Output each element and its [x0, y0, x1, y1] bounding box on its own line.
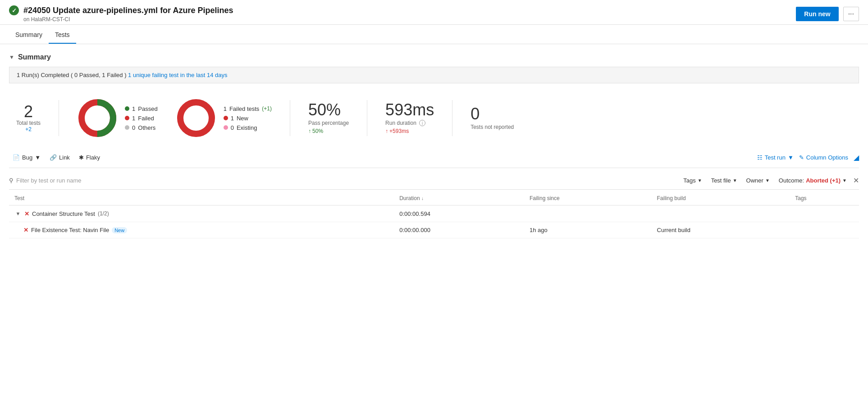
- failing-build-cell: [652, 205, 790, 222]
- legend-others: 0 Others: [125, 124, 158, 131]
- page-header: #24050 Update azure-pipelines.yml for Az…: [0, 0, 868, 25]
- legend-existing-label: Existing: [237, 124, 257, 131]
- header-left: #24050 Update azure-pipelines.yml for Az…: [9, 5, 233, 23]
- banner-link[interactable]: 1 unique failing test in the last 14 day…: [128, 72, 227, 78]
- filter-search-area: ⚲ Filter by test or run name: [9, 177, 675, 184]
- col-failing-since[interactable]: Failing since: [524, 192, 652, 205]
- pass-percentage-label: Pass percentage: [308, 120, 349, 126]
- tests-not-reported-value: 0: [471, 106, 514, 122]
- failed-tests-legend: 1 Failed tests (+1) 1 New 0 Existing: [224, 105, 272, 131]
- duration-cell: 0:00:00.000: [394, 222, 524, 238]
- up-arrow-icon: ↑: [308, 128, 311, 134]
- failed-tests-donut-section: 1 Failed tests (+1) 1 New 0 Existing: [176, 98, 272, 138]
- col-duration[interactable]: Duration ↓: [394, 192, 524, 205]
- pass-fail-legend: 1 Passed 1 Failed 0 Others: [125, 105, 158, 131]
- others-dot: [125, 125, 129, 130]
- legend-others-label: Others: [138, 124, 155, 131]
- fail-icon: ✕: [24, 210, 29, 217]
- test-run-chevron-icon: ▼: [788, 154, 794, 161]
- table-row: ✕ File Existence Test: Navin File New 0:…: [9, 222, 859, 238]
- more-button[interactable]: ···: [843, 7, 859, 21]
- legend-others-count: 0: [132, 124, 135, 131]
- filter-options: Tags ▼ Test file ▼ Owner ▼ Outcome: Abor…: [681, 175, 859, 186]
- summary-title: Summary: [18, 53, 51, 61]
- legend-existing: 0 Existing: [224, 124, 272, 131]
- new-dot: [224, 116, 228, 120]
- tab-summary[interactable]: Summary: [9, 27, 49, 44]
- run-duration-value: 593ms: [385, 102, 434, 118]
- failed-tests-count: 1: [224, 105, 227, 112]
- col-test[interactable]: Test: [9, 192, 394, 205]
- bug-button[interactable]: 📄 Bug ▼: [9, 152, 44, 163]
- test-file-chevron-icon: ▼: [733, 178, 737, 183]
- bug-icon: 📄: [13, 154, 20, 161]
- outcome-value: Aborted (+1): [806, 177, 841, 184]
- pass-fail-donut-svg: [77, 98, 118, 138]
- tags-cell: [790, 222, 859, 238]
- owner-dropdown[interactable]: Owner ▼: [744, 175, 772, 186]
- legend-failed: 1 Failed: [125, 115, 158, 122]
- tags-chevron-icon: ▼: [698, 178, 702, 183]
- filter-placeholder[interactable]: Filter by test or run name: [16, 177, 82, 184]
- legend-new: 1 New: [224, 115, 272, 122]
- tests-not-reported-box: 0 Tests not reported: [471, 106, 514, 130]
- stats-row: 2 Total tests +2 1 Passed: [9, 91, 859, 147]
- failed-tests-label: Failed tests: [229, 105, 259, 112]
- chevron-down-icon: ▼: [9, 54, 14, 60]
- total-tests-diff: +2: [16, 126, 41, 132]
- success-icon: [9, 5, 19, 15]
- existing-dot: [224, 125, 228, 130]
- new-badge: New: [112, 227, 127, 233]
- legend-passed-label: Passed: [138, 105, 157, 112]
- link-icon: 🔗: [50, 154, 57, 161]
- tests-not-reported-label: Tests not reported: [471, 124, 514, 130]
- sort-icon: ↓: [421, 196, 424, 201]
- column-options-button[interactable]: ✎ Column Options: [799, 154, 848, 161]
- outcome-chevron-icon: ▼: [842, 178, 847, 183]
- close-filter-button[interactable]: ✕: [853, 176, 859, 185]
- pass-fail-donut: [77, 98, 118, 138]
- summary-section-header[interactable]: ▼ Summary: [9, 53, 859, 61]
- expand-button[interactable]: ▼: [14, 210, 22, 217]
- run-new-button[interactable]: Run new: [796, 7, 838, 21]
- owner-chevron-icon: ▼: [765, 178, 770, 183]
- table-body: ▼ ✕ Container Structure Test (1/2) 0:00:…: [9, 205, 859, 238]
- column-options-icon: ✎: [799, 154, 804, 161]
- pass-percentage-delta: ↑ 50%: [308, 128, 349, 134]
- stats-divider-3: [367, 100, 367, 136]
- flaky-button[interactable]: ✱ Flaky: [75, 152, 104, 163]
- table-row: ▼ ✕ Container Structure Test (1/2) 0:00:…: [9, 205, 859, 222]
- tests-table: Test Duration ↓ Failing since Failing bu…: [9, 192, 859, 238]
- svg-point-3: [180, 102, 212, 134]
- filter-icon-button[interactable]: ◢: [854, 153, 859, 162]
- tests-toolbar: 📄 Bug ▼ 🔗 Link ✱ Flaky ☷ Test run ▼ ✎ Co…: [9, 147, 859, 168]
- filter-search-icon: ⚲: [9, 177, 14, 184]
- stats-divider-1: [59, 100, 59, 136]
- failing-build-cell: Current build: [652, 222, 790, 238]
- pass-percentage-box: 50% Pass percentage ↑ 50%: [308, 102, 349, 134]
- legend-new-label: New: [237, 115, 248, 122]
- flaky-icon: ✱: [79, 154, 84, 161]
- col-tags[interactable]: Tags: [790, 192, 859, 205]
- banner-text: 1 Run(s) Completed ( 0 Passed, 1 Failed …: [17, 72, 128, 78]
- title-row: #24050 Update azure-pipelines.yml for Az…: [9, 5, 233, 15]
- link-button[interactable]: 🔗 Link: [46, 152, 73, 163]
- stats-divider-2: [290, 100, 290, 136]
- tags-dropdown[interactable]: Tags ▼: [681, 175, 704, 186]
- pass-fail-donut-section: 1 Passed 1 Failed 0 Others: [77, 98, 158, 138]
- legend-failed-count: 1: [132, 115, 135, 122]
- fail-icon: ✕: [23, 227, 28, 233]
- outcome-dropdown[interactable]: Outcome: Aborted (+1) ▼: [776, 175, 850, 186]
- test-name-cell: ✕ File Existence Test: Navin File New: [9, 222, 394, 238]
- total-tests-label: Total tests: [16, 120, 41, 126]
- pass-percentage-value: 50%: [308, 102, 349, 118]
- test-file-dropdown[interactable]: Test file ▼: [708, 175, 740, 186]
- run-duration-info-icon[interactable]: i: [419, 120, 425, 126]
- test-run-icon: ☷: [757, 154, 763, 161]
- tab-tests[interactable]: Tests: [49, 27, 76, 44]
- failed-dot: [125, 116, 129, 120]
- test-run-button[interactable]: ☷ Test run ▼: [757, 154, 794, 161]
- col-failing-build[interactable]: Failing build: [652, 192, 790, 205]
- legend-failed-tests: 1 Failed tests (+1): [224, 105, 272, 112]
- duration-cell: 0:00:00.594: [394, 205, 524, 222]
